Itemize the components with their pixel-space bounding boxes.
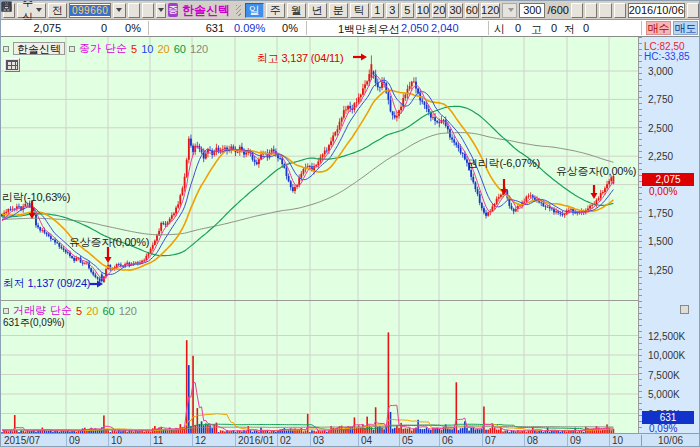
period-minute-button[interactable]: 분 bbox=[329, 3, 348, 18]
minute-1-button[interactable]: 1 bbox=[371, 3, 384, 18]
x-axis-separator bbox=[482, 434, 483, 447]
extra-dropdown bbox=[502, 3, 518, 18]
change-percent: 0% bbox=[107, 22, 141, 34]
open-label: 시 bbox=[494, 22, 505, 37]
x-axis-separator bbox=[439, 434, 440, 447]
legend-ma10: 10 bbox=[141, 43, 153, 55]
x-axis-separator bbox=[524, 434, 525, 447]
minute-20-button[interactable]: 20 bbox=[432, 3, 446, 18]
minute-5-button[interactable]: 5 bbox=[401, 3, 414, 18]
unit-label: 1백만 bbox=[338, 22, 366, 37]
legend-ma5: 5 bbox=[131, 43, 137, 55]
compare-tool-button[interactable] bbox=[571, 3, 583, 18]
current-price-box: 2,075 bbox=[642, 173, 694, 186]
period-daily-button[interactable]: 일 bbox=[245, 3, 264, 18]
open-value: 0 bbox=[509, 22, 521, 34]
period-tick-button[interactable]: 틱 bbox=[350, 3, 369, 18]
sound-button[interactable] bbox=[142, 3, 154, 18]
price-tick: 1,750 bbox=[648, 208, 673, 219]
bar-count-input[interactable]: 300 bbox=[519, 3, 545, 18]
grid-icon bbox=[6, 60, 18, 70]
x-axis-label: 08 bbox=[527, 435, 538, 446]
x-axis-label: 03 bbox=[313, 435, 324, 446]
x-axis-separator bbox=[277, 434, 278, 447]
sound-dropdown-button[interactable] bbox=[156, 3, 166, 18]
legend-box-icon[interactable] bbox=[69, 46, 75, 52]
calendar-icon bbox=[1, 1, 12, 12]
x-axis-label: 07 bbox=[485, 435, 496, 446]
volume-ratio: 0.09% bbox=[234, 22, 265, 34]
resize-grip-icon bbox=[236, 5, 241, 16]
search-button[interactable] bbox=[128, 3, 140, 18]
minute-120-button[interactable]: 120 bbox=[481, 3, 499, 18]
price-tick: 1,250 bbox=[648, 265, 673, 276]
x-axis-separator bbox=[150, 434, 151, 447]
save-button[interactable] bbox=[599, 3, 611, 18]
legend-close-label: 종가 bbox=[79, 41, 101, 56]
x-axis-label: 2015/07 bbox=[4, 435, 40, 446]
x-axis-separator bbox=[192, 434, 193, 447]
minute-60-button[interactable]: 60 bbox=[465, 3, 479, 18]
x-axis-label: 10 bbox=[612, 435, 623, 446]
toolbar: 주식 전 099660 증 한솔신텍 일 주 월 년 분 틱 1 3 5 10 … bbox=[1, 1, 700, 20]
divider bbox=[641, 21, 642, 35]
volume-tick: 10,000K bbox=[648, 350, 685, 361]
axis-ticks bbox=[639, 37, 642, 433]
best-ask: 2,050 bbox=[401, 22, 429, 34]
minute-30-button[interactable]: 30 bbox=[448, 3, 462, 18]
grid-toggle-button[interactable] bbox=[4, 58, 20, 72]
price-change: 0 bbox=[63, 22, 107, 34]
chevron-down-icon bbox=[116, 8, 122, 12]
asset-type-combo[interactable]: 주식 bbox=[17, 3, 46, 18]
volume-count-label: 631주(0,09%) bbox=[3, 316, 65, 330]
date-input[interactable]: 2016/10/06 bbox=[628, 3, 685, 18]
high-label: 고 bbox=[531, 22, 542, 37]
trend-tool-button[interactable] bbox=[585, 3, 597, 18]
hc-value: HC:-33,85 bbox=[644, 51, 690, 62]
x-axis-label: 09 bbox=[69, 435, 80, 446]
period-monthly-button[interactable]: 월 bbox=[287, 3, 306, 18]
margin-badge: 증 bbox=[168, 3, 178, 17]
volume-panel[interactable]: 거래량 단순 5 20 60 120 631주(0,09%) bbox=[1, 300, 638, 433]
settings-button[interactable] bbox=[614, 3, 626, 18]
legend-box-icon[interactable] bbox=[3, 308, 9, 314]
sell-button[interactable]: 매도 bbox=[673, 21, 698, 35]
legend-box-icon[interactable] bbox=[3, 46, 9, 52]
legend-stock-name[interactable]: 한솔신텍 bbox=[13, 42, 65, 55]
volume: 631 bbox=[151, 22, 224, 34]
price-chart[interactable] bbox=[1, 37, 638, 300]
x-axis[interactable]: 2015/07091011122016/01020304050607080910… bbox=[1, 433, 700, 447]
divider bbox=[306, 21, 307, 35]
stock-chart-window: 주식 전 099660 증 한솔신텍 일 주 월 년 분 틱 1 3 5 10 … bbox=[0, 0, 700, 447]
stock-code-value: 099660 bbox=[70, 5, 110, 16]
right-axis: LC:82,50 HC:-33,85 3,0002,7502,5002,2501… bbox=[638, 37, 700, 433]
buy-button[interactable]: 매수 bbox=[646, 21, 671, 35]
price-tick: 2,250 bbox=[648, 151, 673, 162]
calendar-button[interactable] bbox=[687, 3, 699, 18]
stock-code-input[interactable]: 099660 bbox=[69, 3, 111, 18]
low-value: 0 bbox=[577, 22, 589, 34]
chart-area: 한솔신텍 종가 단순 5 10 20 60 120 최고 3,137 (04/1… bbox=[1, 37, 700, 447]
code-dropdown-button[interactable] bbox=[113, 3, 125, 18]
period-weekly-button[interactable]: 주 bbox=[266, 3, 285, 18]
prev-stock-button[interactable]: 전 bbox=[48, 3, 67, 18]
x-axis-separator bbox=[108, 434, 109, 447]
panel-collapse-icon[interactable] bbox=[680, 305, 689, 314]
stock-name: 한솔신텍 bbox=[182, 2, 230, 19]
x-axis-label: 02 bbox=[280, 435, 291, 446]
minute-10-button[interactable]: 10 bbox=[416, 3, 430, 18]
x-axis-label: 04 bbox=[361, 435, 372, 446]
chevron-down-icon bbox=[158, 8, 164, 12]
period-yearly-button[interactable]: 년 bbox=[308, 3, 327, 18]
legend-ma60: 60 bbox=[174, 43, 186, 55]
x-axis-separator bbox=[235, 434, 236, 447]
minute-3-button[interactable]: 3 bbox=[386, 3, 399, 18]
price-panel[interactable]: 한솔신텍 종가 단순 5 10 20 60 120 최고 3,137 (04/1… bbox=[1, 37, 638, 300]
volume-chart[interactable] bbox=[1, 301, 638, 433]
volume-tick: 7,500K bbox=[648, 370, 680, 381]
x-axis-separator bbox=[609, 434, 610, 447]
price-tick: 2,750 bbox=[648, 94, 673, 105]
legend-ma120: 120 bbox=[190, 43, 208, 55]
divider bbox=[148, 21, 149, 35]
current-price-percent: 0,00% bbox=[649, 186, 677, 197]
